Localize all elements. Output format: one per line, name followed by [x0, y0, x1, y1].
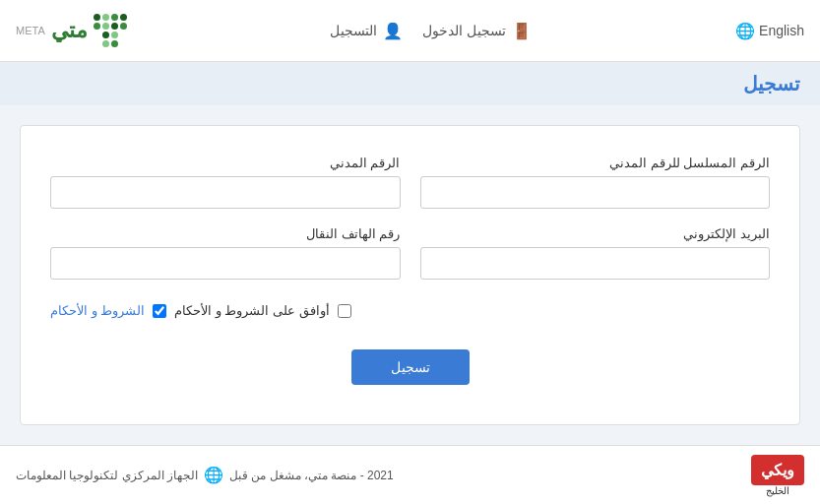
mobile-group: رقم الهاتف النقال — [50, 226, 401, 280]
logo-dot — [120, 40, 127, 47]
civil-id-input[interactable] — [50, 176, 401, 209]
footer-powered-by: الجهاز المركزي لتكنولوجيا المعلومات — [16, 469, 198, 482]
logo-dot — [94, 40, 100, 47]
language-label: English — [759, 23, 804, 38]
mobile-label: رقم الهاتف النقال — [50, 226, 401, 241]
header-left: 🌐 English — [735, 22, 804, 40]
footer-globe-icon: 🌐 — [204, 466, 223, 484]
logo-dot — [94, 23, 100, 30]
terms-checked-checkbox[interactable] — [153, 304, 166, 318]
header-nav: 🚪 تسجيل الدخول 👤 التسجيل — [330, 22, 532, 40]
terms-agree-text: أوافق على الشروط و الأحكام — [174, 303, 329, 318]
email-input[interactable] — [420, 247, 771, 280]
page-title: تسجيل — [20, 72, 800, 95]
page-title-bar: تسجيل — [0, 62, 820, 105]
terms-row: أوافق على الشروط و الأحكام الشروط و الأح… — [50, 297, 770, 324]
logo-dots — [94, 14, 127, 47]
form-row-2: البريد الإلكتروني رقم الهاتف النقال — [50, 226, 770, 280]
submit-row: تسجيل — [50, 340, 770, 405]
footer-left: ويكي الخليج — [751, 455, 804, 496]
serial-number-input[interactable] — [420, 176, 771, 209]
logo-dot — [102, 14, 109, 21]
registration-form-card: الرقم المسلسل للرقم المدني الرقم المدني … — [20, 125, 800, 425]
terms-link[interactable]: الشروط و الأحكام — [50, 303, 145, 318]
logo-dot — [120, 32, 127, 38]
logo-dot — [94, 32, 100, 38]
logo-dot — [102, 23, 109, 30]
footer: ويكي الخليج 2021 - منصة متي، مشغل من قبل… — [0, 445, 820, 504]
logo-dot — [120, 14, 127, 21]
language-button[interactable]: 🌐 English — [735, 22, 804, 40]
user-plus-icon: 👤 — [383, 22, 403, 40]
login-label: تسجيل الدخول — [422, 23, 506, 38]
wiki-logo: ويكي — [751, 455, 804, 485]
serial-number-group: الرقم المسلسل للرقم المدني — [420, 156, 771, 209]
civil-id-group: الرقم المدني — [50, 156, 401, 209]
logo-dot — [102, 32, 109, 38]
header-logo: متي META — [16, 14, 127, 47]
mobile-input[interactable] — [50, 247, 401, 280]
register-label: التسجيل — [330, 23, 377, 38]
globe-icon: 🌐 — [735, 22, 755, 40]
logo-dot — [111, 14, 118, 21]
logo-dot — [102, 40, 109, 47]
submit-button[interactable]: تسجيل — [351, 349, 470, 385]
main-content: الرقم المسلسل للرقم المدني الرقم المدني … — [0, 105, 820, 445]
logo-dot — [111, 23, 118, 30]
form-row-1: الرقم المسلسل للرقم المدني الرقم المدني — [50, 156, 770, 209]
logo-dot — [111, 40, 118, 47]
login-icon: 🚪 — [512, 22, 532, 40]
footer-copyright: 2021 - منصة متي، مشغل من قبل — [229, 469, 394, 482]
email-label: البريد الإلكتروني — [420, 226, 771, 241]
register-link[interactable]: 👤 التسجيل — [330, 22, 403, 40]
terms-checkbox[interactable] — [338, 304, 351, 318]
login-link[interactable]: 🚪 تسجيل الدخول — [422, 22, 532, 40]
email-group: البريد الإلكتروني — [420, 226, 771, 280]
logo-meta: META — [16, 25, 45, 36]
logo-dot — [94, 14, 100, 21]
header: 🌐 English 🚪 تسجيل الدخول 👤 التسجيل — [0, 0, 820, 62]
logo-dot — [120, 23, 127, 30]
logo-text: متي — [51, 18, 88, 43]
logo-dot — [111, 32, 118, 38]
footer-right: 2021 - منصة متي، مشغل من قبل 🌐 الجهاز ال… — [16, 466, 394, 484]
wiki-sub: الخليج — [751, 485, 804, 496]
serial-number-label: الرقم المسلسل للرقم المدني — [420, 156, 771, 170]
wiki-label: ويكي — [761, 462, 794, 478]
civil-id-label: الرقم المدني — [50, 156, 401, 170]
